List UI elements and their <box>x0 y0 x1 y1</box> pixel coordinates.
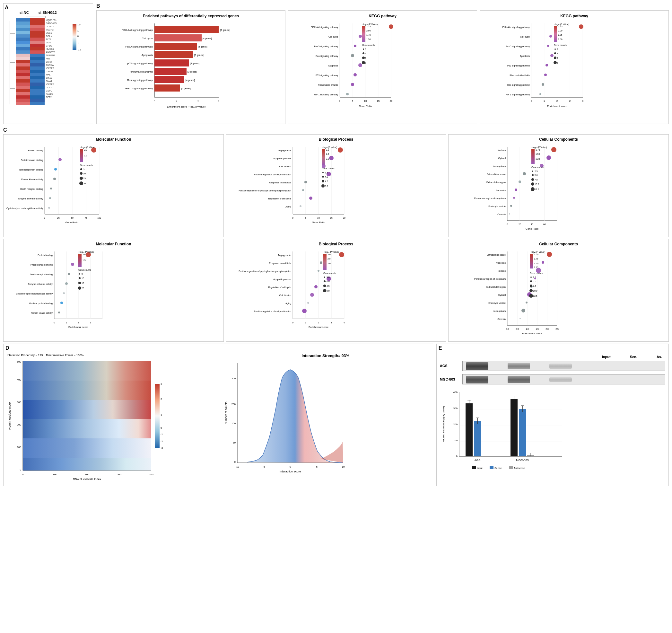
svg-point-272 <box>302 189 304 191</box>
svg-text:1: 1 <box>77 30 79 32</box>
svg-point-145 <box>358 63 362 67</box>
svg-text:100: 100 <box>17 446 22 449</box>
svg-point-180 <box>579 24 583 29</box>
svg-text:Gene counts: Gene counts <box>322 167 335 169</box>
svg-text:15: 15 <box>81 282 84 284</box>
svg-rect-116 <box>154 76 184 83</box>
svg-text:12.5: 12.5 <box>534 188 539 190</box>
bp1-title: Biological Process <box>229 137 443 142</box>
svg-point-399 <box>307 302 309 304</box>
svg-text:4: 4 <box>557 52 558 54</box>
svg-text:3.0: 3.0 <box>328 253 331 256</box>
svg-text:100: 100 <box>453 439 458 442</box>
svg-text:12.5: 12.5 <box>533 295 537 297</box>
mf1-svg: 0 25 50 75 100 Gene Ratio Protein bindin… <box>6 144 105 227</box>
svg-text:Response to antibiotic: Response to antibiotic <box>269 262 291 265</box>
svg-rect-58 <box>30 99 45 102</box>
svg-point-143 <box>351 54 354 57</box>
svg-text:Cell division: Cell division <box>279 165 291 168</box>
interaction-histogram: Interaction Strength= 93% 0 50 100 200 3… <box>221 354 429 483</box>
heatmap-svg: UQCRFS1 GADD45G CCND2 VEGFC VEG1 OCLN FL… <box>7 15 93 111</box>
svg-rect-35 <box>16 63 30 67</box>
svg-point-147 <box>354 73 357 76</box>
svg-text:Apoptosis: Apoptosis <box>142 54 153 56</box>
svg-text:PI3K-Akt signaling pathway: PI3K-Akt signaling pathway <box>502 26 530 29</box>
svg-point-208 <box>554 61 557 64</box>
svg-text:10.0: 10.0 <box>533 290 537 292</box>
svg-point-235 <box>48 207 50 209</box>
svg-text:15: 15 <box>330 217 333 219</box>
svg-point-163 <box>362 56 365 59</box>
svg-text:0.0: 0.0 <box>506 328 509 330</box>
svg-text:3.5: 3.5 <box>325 171 328 174</box>
svg-text:20: 20 <box>81 287 84 289</box>
svg-text:0: 0 <box>77 35 79 37</box>
svg-point-463 <box>529 294 533 298</box>
svg-text:1.25: 1.25 <box>534 266 538 268</box>
svg-text:MGC-803: MGC-803 <box>516 459 528 462</box>
svg-text:3: 3 <box>557 48 558 50</box>
svg-rect-98 <box>154 26 219 33</box>
svg-point-149 <box>351 83 354 86</box>
svg-rect-278 <box>322 149 325 165</box>
svg-point-334 <box>531 187 534 191</box>
svg-rect-57 <box>16 99 30 102</box>
svg-point-356 <box>63 292 65 294</box>
svg-rect-20 <box>30 38 45 41</box>
svg-point-184 <box>547 45 549 47</box>
svg-point-443 <box>526 302 528 304</box>
svg-text:2: 2 <box>318 322 319 324</box>
svg-text:10: 10 <box>317 217 320 219</box>
svg-text:Aging: Aging <box>285 206 291 208</box>
svg-text:[6 genes]: [6 genes] <box>220 29 230 31</box>
svg-rect-17 <box>16 34 30 38</box>
svg-point-159 <box>363 48 364 50</box>
svg-text:15: 15 <box>377 99 380 102</box>
svg-text:2.5: 2.5 <box>533 276 536 278</box>
panel-b-barchart: Enriched pathways of differentially expr… <box>96 10 285 124</box>
svg-text:700: 700 <box>149 473 153 476</box>
svg-text:Input: Input <box>477 467 483 470</box>
wb-col-as: As. <box>656 355 662 359</box>
svg-text:Gene Ratio: Gene Ratio <box>312 221 325 224</box>
svg-text:−log₁₀(P Value): −log₁₀(P Value) <box>531 146 547 149</box>
svg-text:TERF2IP: TERF2IP <box>46 54 55 56</box>
svg-text:1.25: 1.25 <box>535 158 540 160</box>
mf1-title: Molecular Function <box>6 137 221 142</box>
svg-point-389 <box>320 261 322 264</box>
svg-rect-53 <box>16 92 30 95</box>
svg-point-457 <box>530 280 532 282</box>
svg-rect-8 <box>30 18 45 22</box>
svg-point-350 <box>71 263 74 266</box>
svg-text:-2: -2 <box>161 440 163 443</box>
svg-text:200: 200 <box>232 403 236 406</box>
svg-text:5.0: 5.0 <box>325 185 328 187</box>
svg-text:2.0: 2.0 <box>328 262 331 265</box>
svg-text:0: 0 <box>161 426 162 429</box>
svg-text:Gene counts: Gene counts <box>362 44 375 46</box>
svg-text:Extracellular space: Extracellular space <box>487 254 506 256</box>
svg-text:FLT1: FLT1 <box>46 38 51 41</box>
svg-rect-36 <box>30 63 45 67</box>
svg-text:Identical protein binding: Identical protein binding <box>19 169 43 171</box>
bar-chart-title: Enriched pathways of differentially expr… <box>100 14 282 18</box>
svg-text:Identical protein binding: Identical protein binding <box>29 302 53 305</box>
svg-point-303 <box>551 147 556 152</box>
row-de: D Interaction Propensity = 193 Discrimin… <box>3 344 669 486</box>
svg-text:Enrichment score: Enrichment score <box>309 326 329 329</box>
svg-text:Nucleolus: Nucleolus <box>496 189 506 191</box>
interaction-heatmap: Interaction Propensity = 193 Discriminat… <box>7 354 215 483</box>
svg-rect-13 <box>16 28 30 31</box>
svg-rect-486 <box>155 384 160 448</box>
svg-text:3: 3 <box>582 99 584 102</box>
svg-point-283 <box>322 172 323 173</box>
svg-point-274 <box>309 196 312 200</box>
svg-text:Cell cycle: Cell cycle <box>329 36 338 38</box>
svg-rect-37 <box>16 67 30 70</box>
svg-point-455 <box>530 277 532 278</box>
svg-text:40: 40 <box>531 223 533 226</box>
col-label-sisnhg12: si-SNHG12 <box>39 10 57 15</box>
svg-text:0: 0 <box>292 217 293 219</box>
cc1-title: Cellular Components <box>451 137 666 142</box>
svg-text:[4 genes]: [4 genes] <box>198 46 208 48</box>
